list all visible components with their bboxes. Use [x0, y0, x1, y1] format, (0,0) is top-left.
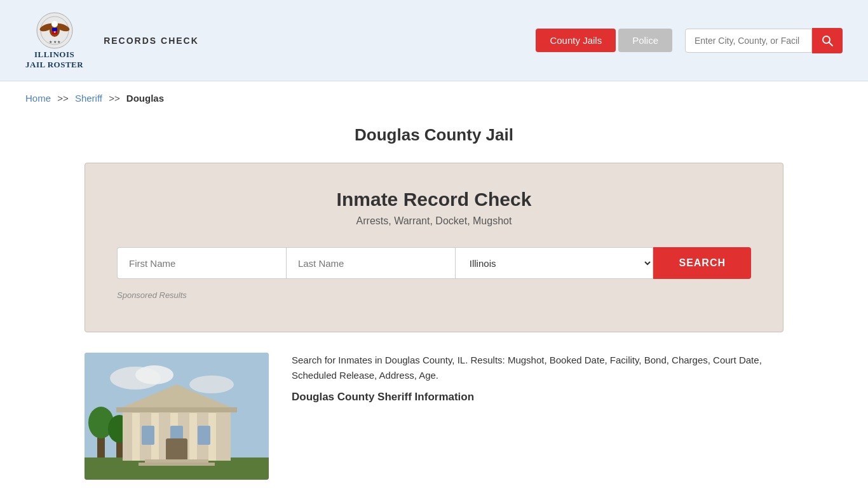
header-nav: County Jails Police — [536, 28, 843, 53]
record-check-subtitle: Arrests, Warrant, Docket, Mugshot — [117, 215, 751, 227]
breadcrumb-current: Douglas — [126, 93, 164, 104]
logo-text: ILLINOIS JAIL ROSTER — [25, 50, 83, 69]
last-name-input[interactable] — [286, 247, 455, 279]
record-check-title: Inmate Record Check — [117, 189, 751, 210]
breadcrumb-home[interactable]: Home — [25, 93, 51, 104]
svg-line-11 — [829, 42, 833, 46]
record-check-form: AlabamaAlaskaArizonaArkansasCaliforniaCo… — [117, 247, 751, 279]
svg-rect-32 — [166, 438, 187, 461]
svg-point-5 — [51, 21, 58, 27]
breadcrumb-sep2: >> — [109, 93, 120, 104]
svg-rect-31 — [198, 426, 210, 445]
record-check-container: Inmate Record Check Arrests, Warrant, Do… — [85, 163, 783, 332]
svg-rect-25 — [189, 413, 197, 461]
state-select[interactable]: AlabamaAlaskaArizonaArkansasCaliforniaCo… — [455, 247, 654, 279]
courthouse-illustration — [85, 353, 269, 480]
search-submit-button[interactable]: SEARCH — [653, 247, 751, 279]
building-image — [85, 353, 269, 480]
page-title: Douglas County Jail — [0, 125, 868, 145]
header: ★ ★ ★ ★ ILLINOIS JAIL ROSTER RECORDS CHE… — [0, 0, 868, 81]
svg-rect-34 — [139, 463, 215, 466]
breadcrumb: Home >> Sheriff >> Douglas — [0, 81, 868, 110]
header-search-input[interactable] — [685, 29, 812, 53]
county-jails-button[interactable]: County Jails — [536, 29, 616, 52]
svg-rect-29 — [142, 426, 154, 445]
records-check-label: RECORDS CHECK — [104, 36, 199, 46]
sponsored-results-label: Sponsored Results — [117, 290, 751, 300]
bottom-subheading: Douglas County Sheriff Information — [292, 391, 783, 403]
svg-point-14 — [135, 365, 173, 384]
police-button[interactable]: Police — [618, 29, 672, 52]
bottom-text: Search for Inmates in Douglas County, IL… — [292, 353, 783, 480]
svg-rect-28 — [116, 407, 237, 412]
bottom-description: Search for Inmates in Douglas County, IL… — [292, 353, 783, 383]
svg-text:★ ★ ★: ★ ★ ★ — [49, 40, 60, 44]
svg-point-15 — [189, 376, 234, 393]
first-name-input[interactable] — [117, 247, 286, 279]
breadcrumb-sep1: >> — [57, 93, 69, 104]
svg-rect-22 — [132, 413, 140, 461]
illinois-seal-icon: ★ ★ ★ ★ — [36, 11, 74, 50]
header-search-bar — [685, 28, 843, 53]
bottom-content: Search for Inmates in Douglas County, IL… — [85, 353, 783, 488]
logo-link[interactable]: ★ ★ ★ ★ ILLINOIS JAIL ROSTER — [25, 11, 83, 69]
search-icon — [821, 34, 834, 47]
header-search-button[interactable] — [812, 28, 843, 53]
breadcrumb-sheriff[interactable]: Sheriff — [75, 93, 102, 104]
